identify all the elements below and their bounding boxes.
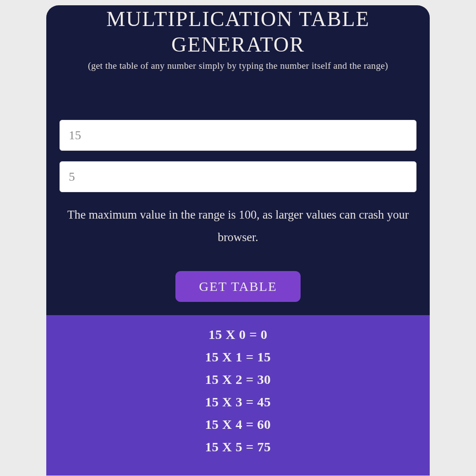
number-input[interactable]: [60, 120, 416, 151]
page-title: MULTIPLICATION TABLE GENERATOR: [55, 5, 421, 57]
range-input[interactable]: [60, 161, 416, 192]
result-row: 15 X 4 = 60: [55, 413, 421, 435]
top-panel: MULTIPLICATION TABLE GENERATOR (get the …: [46, 5, 430, 315]
result-row: 15 X 1 = 15: [55, 346, 421, 368]
page-subtitle: (get the table of any number simply by t…: [55, 60, 421, 71]
inputs-group: The maximum value in the range is 100, a…: [55, 120, 421, 249]
app-card: MULTIPLICATION TABLE GENERATOR (get the …: [46, 5, 430, 476]
result-row: 15 X 3 = 45: [55, 390, 421, 413]
get-table-button[interactable]: GET TABLE: [175, 271, 301, 302]
range-note: The maximum value in the range is 100, a…: [60, 204, 416, 249]
result-row: 15 X 0 = 0: [55, 323, 421, 346]
results-panel: 15 X 0 = 0 15 X 1 = 15 15 X 2 = 30 15 X …: [46, 315, 430, 476]
result-row: 15 X 2 = 30: [55, 368, 421, 390]
button-wrap: GET TABLE: [55, 271, 421, 302]
result-row: 15 X 5 = 75: [55, 435, 421, 458]
